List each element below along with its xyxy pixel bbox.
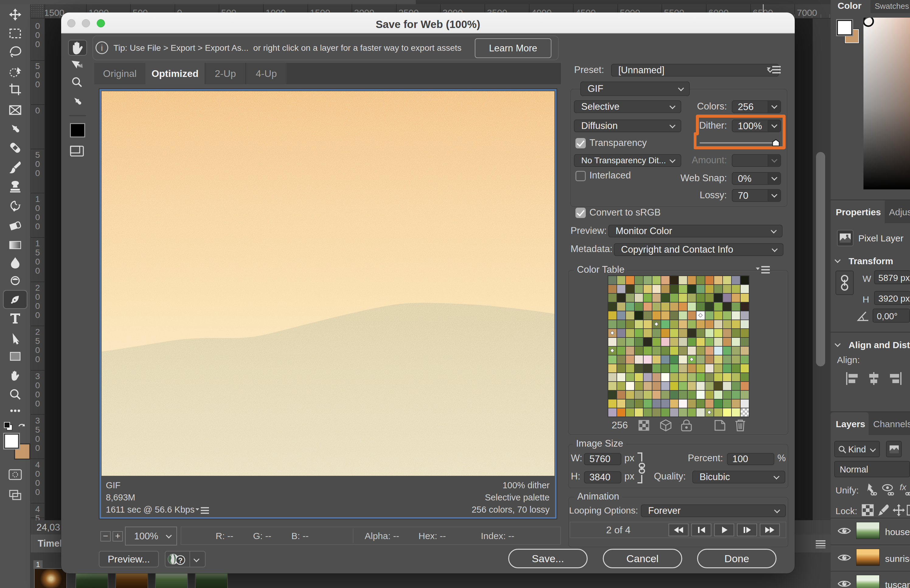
svg-text:fx: fx	[900, 483, 907, 492]
svg-text:?: ?	[178, 556, 183, 565]
